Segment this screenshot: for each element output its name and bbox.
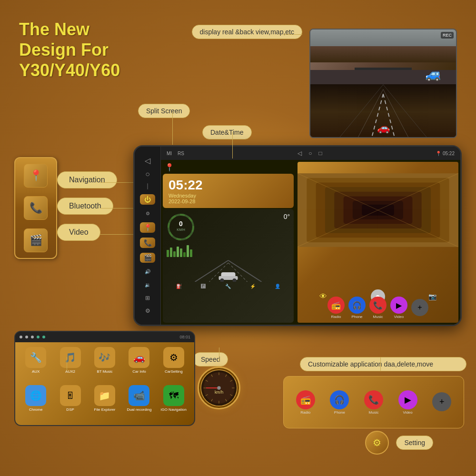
split-screen-callout: Split Screen xyxy=(138,104,190,118)
screen-content: 📍 05:22 Wednesday 2022-09-28 xyxy=(161,160,460,325)
radio-app[interactable]: 📻 Radio xyxy=(327,297,345,319)
screen-left: 📍 05:22 Wednesday 2022-09-28 xyxy=(161,160,296,325)
speed-block: 0 KM/H 0° xyxy=(163,209,294,323)
grid-item-fileexplorer[interactable]: 📁 File Explorer xyxy=(89,385,120,420)
camera-top: 🚙 REC xyxy=(310,30,456,84)
speed-gauge: 0 KM/H xyxy=(167,213,195,243)
video-icon[interactable]: 🎬 xyxy=(24,228,48,252)
date-time-line xyxy=(232,132,233,159)
navigation-label[interactable]: Navigation xyxy=(57,171,117,188)
phone-icon[interactable]: 📞 xyxy=(24,196,48,220)
grid-item-aux2[interactable]: 🎵 AUX2 xyxy=(54,347,86,382)
grid-item-carinfo[interactable]: 🚗 Car Info xyxy=(123,347,155,382)
app-page-topbar: 08:01 xyxy=(15,332,194,342)
nav-connector xyxy=(100,182,133,183)
vol-up-icon[interactable]: 🔊 xyxy=(141,268,154,276)
phone-icon-bar[interactable]: 📞 xyxy=(140,238,155,248)
bottom-add-app[interactable]: + xyxy=(432,392,451,412)
screen-nav-row: 📍 xyxy=(163,162,294,173)
display-real-callout: display real &back view,map,etc xyxy=(192,25,302,39)
bottom-phone-app[interactable]: 🎧 Phone xyxy=(330,390,349,415)
grid-item-igo[interactable]: 🗺 iGO Navigation xyxy=(158,385,189,420)
page-title: The New Design For Y30/Y40/Y60 xyxy=(19,19,120,81)
nav-icon-bar[interactable]: 📍 xyxy=(140,222,155,233)
svg-point-47 xyxy=(217,386,220,389)
phone-app[interactable]: 🎧 Phone xyxy=(348,297,366,319)
setting-callout: Setting xyxy=(396,436,433,450)
bluetooth-label[interactable]: Bluetooth xyxy=(57,198,113,215)
status-time: 📍 05:22 xyxy=(436,151,455,156)
grid-item-chrome[interactable]: 🌐 Chrome xyxy=(20,385,51,420)
bottom-music-app[interactable]: 📞 Music xyxy=(364,390,383,415)
add-app[interactable]: + xyxy=(411,299,428,317)
home-btn[interactable]: ○ xyxy=(141,170,154,178)
setting-row: ⚙ Setting xyxy=(365,431,433,455)
nav-icons: ◁ ○ □ xyxy=(298,150,322,157)
device-mockup: ◁ ○ ⏻ ⚙ 📍 📞 🎬 🔊 🔉 ⊞ ⚙ MI RS ◁ ○ □ 📍 05:2… xyxy=(133,145,462,326)
topbar-dots xyxy=(19,336,46,338)
app-bar-bottom: 📻 Radio 🎧 Phone 📞 Music ▶ Video + xyxy=(283,376,464,428)
speed-connector-line xyxy=(219,347,219,362)
setting-icon-circle[interactable]: ⚙ xyxy=(365,431,389,455)
svg-text:0: 0 xyxy=(179,220,183,228)
bt-connector xyxy=(100,208,133,208)
degree-display: 0° xyxy=(284,213,290,220)
grid-item-carsetting[interactable]: ⚙ CarSetting xyxy=(158,347,189,382)
music-app[interactable]: 📞 Music xyxy=(369,297,387,319)
customizable-callout: Customizable application daa,delete,move xyxy=(300,357,466,371)
nav-icon[interactable]: 📍 xyxy=(24,164,48,188)
status-bar: MI RS ◁ ○ □ 📍 05:22 xyxy=(161,147,460,160)
speed-gauge-circle: km/h xyxy=(198,367,240,409)
power-icon[interactable]: ⏻ xyxy=(140,194,155,205)
gear-icon-bar[interactable]: ⚙ xyxy=(141,307,154,315)
status-left: MI RS xyxy=(167,151,184,156)
speed-callout: Speed xyxy=(193,352,228,367)
split-screen-line xyxy=(172,111,173,145)
app-grid: 🔧 AUX 🎵 AUX2 🎶 BT Music 🚗 Car Info ⚙ Car… xyxy=(15,342,194,425)
settings-icon-bar[interactable]: ⚙ xyxy=(141,209,154,218)
app-page-mockup: 08:01 🔧 AUX 🎵 AUX2 🎶 BT Music 🚗 Car Info… xyxy=(14,331,195,426)
tunnel-viz xyxy=(298,162,458,258)
svg-line-1 xyxy=(383,85,428,138)
left-panel: 📍 📞 🎬 xyxy=(14,157,57,259)
camera-view: 🚙 REC 🚗 xyxy=(309,29,457,138)
date-time-callout: Date&Time xyxy=(202,125,252,139)
grid-item-dualrec[interactable]: 📹 Dual recording xyxy=(123,385,155,420)
grid-item-btmusic[interactable]: 🎶 BT Music xyxy=(89,347,120,382)
device-screen: MI RS ◁ ○ □ 📍 05:22 📍 05:22 xyxy=(161,147,460,325)
back-btn[interactable]: ◁ xyxy=(141,156,154,165)
svg-text:KM/H: KM/H xyxy=(177,228,185,231)
enter-app-line xyxy=(67,357,67,371)
customizable-line xyxy=(380,357,381,371)
svg-text:km/h: km/h xyxy=(215,390,223,395)
app-icons-row: 📻 Radio 🎧 Phone 📞 Music ▶ xyxy=(298,295,458,321)
grid-item-dsp[interactable]: 🎚 DSP xyxy=(54,385,86,420)
grid-item-aux[interactable]: 🔧 AUX xyxy=(20,347,51,382)
speed-gauge-large: km/h xyxy=(198,367,240,409)
grid-icon[interactable]: ⊞ xyxy=(141,294,154,302)
screen-right: 👁 ● 📷 📻 Radio 🎧 Phone xyxy=(298,162,458,323)
callout-line xyxy=(283,34,302,35)
datetime-block: 05:22 Wednesday 2022-09-28 xyxy=(163,174,294,208)
bottom-radio-app[interactable]: 📻 Radio xyxy=(296,390,315,415)
vol-down-icon[interactable]: 🔉 xyxy=(141,281,154,289)
video-app[interactable]: ▶ Video xyxy=(390,297,407,319)
bottom-video-app[interactable]: ▶ Video xyxy=(398,390,417,415)
device-left-bar: ◁ ○ ⏻ ⚙ 📍 📞 🎬 🔊 🔉 ⊞ ⚙ xyxy=(135,147,161,325)
video-connector xyxy=(100,234,133,235)
video-icon-bar[interactable]: 🎬 xyxy=(140,253,155,263)
camera-bottom: 🚗 xyxy=(310,84,456,138)
video-label[interactable]: Video xyxy=(57,224,100,241)
